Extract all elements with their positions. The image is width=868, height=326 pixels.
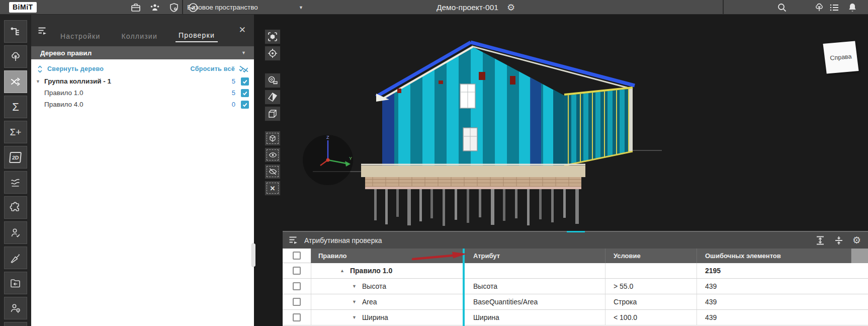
- sidebar-item-export[interactable]: [4, 272, 27, 294]
- table-row[interactable]: ▲Правило 1.0 2195: [283, 263, 868, 279]
- focus-selection-button[interactable]: [265, 46, 281, 61]
- rule-checkbox-checked[interactable]: [241, 77, 249, 86]
- tree-row-rule[interactable]: Правило 1.0 5: [31, 87, 254, 99]
- reset-all-link[interactable]: Сбросить всё: [191, 65, 235, 72]
- house-piles: [374, 189, 579, 226]
- roles-button[interactable]: [166, 0, 182, 15]
- sidebar-item-plugins[interactable]: [4, 196, 27, 219]
- checkbox-unchecked[interactable]: [293, 313, 301, 321]
- app-logo[interactable]: BiMiT: [9, 0, 37, 15]
- model-tree-icon: [814, 2, 825, 13]
- sidebar-item-summary[interactable]: Σ: [4, 96, 27, 118]
- fit-to-view-button[interactable]: [265, 29, 281, 44]
- navigation-gizmo[interactable]: Z Y: [302, 134, 354, 186]
- checkbox-unchecked[interactable]: [293, 252, 301, 260]
- column-header-condition[interactable]: Условие: [605, 249, 697, 263]
- row-select-cell[interactable]: [283, 279, 311, 294]
- search-icon: [776, 2, 788, 13]
- expand-row-icon[interactable]: ▼: [352, 315, 362, 320]
- row-select-cell[interactable]: [283, 310, 311, 325]
- sidebar-item-2d-docs[interactable]: 2D: [4, 146, 27, 169]
- sidebar-item-approvals[interactable]: [4, 221, 27, 244]
- panel-resize-handle[interactable]: [567, 231, 585, 232]
- hierarchy-icon: [10, 26, 22, 38]
- eye-off-icon: [269, 168, 277, 175]
- sidebar-item-collisions[interactable]: [4, 70, 27, 93]
- cube-icon: [269, 134, 277, 142]
- collision-count: 5: [232, 89, 235, 97]
- list-view-button[interactable]: [827, 0, 842, 15]
- sidebar-item-model-tree[interactable]: [4, 45, 27, 68]
- model-tree-button[interactable]: [812, 0, 827, 15]
- chevron-down-icon[interactable]: ▼: [36, 79, 44, 84]
- panel-menu-button[interactable]: [38, 27, 47, 35]
- checkbox-unchecked[interactable]: [293, 267, 301, 275]
- fit-view-icon: [267, 31, 278, 42]
- project-title: Демо-проект-001: [437, 0, 498, 15]
- measuring-tape-icon: [267, 75, 278, 86]
- section-plane-button[interactable]: [265, 90, 281, 105]
- project-settings-button[interactable]: ⚙: [507, 0, 515, 15]
- sidebar-item-construction[interactable]: [4, 247, 27, 269]
- rule-checkbox-checked[interactable]: [241, 101, 249, 109]
- chevron-down-icon[interactable]: ▼: [299, 0, 303, 15]
- hide-selection-button[interactable]: [265, 164, 281, 179]
- tab-settings[interactable]: Настройки: [57, 32, 103, 42]
- app-window: Z Y Справа: [0, 0, 868, 326]
- tree-row-rule[interactable]: Правило 4.0 0: [31, 99, 254, 110]
- close-panel-button[interactable]: ✕: [239, 25, 246, 35]
- column-header-attribute[interactable]: Атрибут: [463, 249, 605, 263]
- checkbox-unchecked[interactable]: [293, 282, 301, 290]
- panel-menu-button[interactable]: [289, 236, 298, 244]
- rule-checkbox-checked[interactable]: [241, 89, 249, 97]
- expand-panel-button[interactable]: [815, 235, 825, 246]
- rules-tree-section-header[interactable]: Дерево правил ▼: [31, 46, 254, 59]
- checkbox-unchecked[interactable]: [293, 298, 301, 306]
- annotation-arrow: [411, 251, 469, 262]
- measure-button[interactable]: [265, 73, 281, 88]
- sidebar-item-charts[interactable]: [4, 171, 27, 194]
- workspace-label: Базовое пространство: [187, 4, 258, 11]
- sidebar-item-summary-plus[interactable]: Σ+: [4, 121, 27, 143]
- sidebar-item-more[interactable]: [4, 322, 27, 326]
- sidebar-item-structure[interactable]: [4, 20, 27, 43]
- table-settings-button[interactable]: ⚙: [852, 235, 861, 245]
- table-row[interactable]: ▼Ширина Ширина < 100.0 439: [283, 310, 868, 325]
- section-box-icon: [267, 108, 278, 119]
- projects-button[interactable]: [128, 0, 143, 15]
- table-row[interactable]: ▼Area BaseQuantities/Area Строка 439: [283, 294, 868, 310]
- collapse-vertical-icon: [834, 235, 844, 246]
- trowel-icon: [10, 252, 22, 264]
- workspace-selector[interactable]: Базовое пространство: [187, 0, 258, 15]
- top-bar: BiMiT: [0, 0, 868, 15]
- panel-scrollbar[interactable]: [252, 243, 255, 267]
- reset-all-icon[interactable]: [238, 65, 249, 73]
- target-icon: [267, 48, 278, 59]
- tree-row-group[interactable]: ▼ Группа коллизий - 1 5: [31, 75, 254, 87]
- table-header-row: Правило Атрибут Условие Ошибочных элемен…: [283, 249, 868, 263]
- house-model[interactable]: [313, 42, 662, 226]
- chevron-down-icon: ▼: [241, 50, 246, 55]
- clear-selection-button[interactable]: ✕: [265, 181, 281, 196]
- column-header-errors[interactable]: Ошибочных элементов: [697, 249, 851, 263]
- notifications-button[interactable]: [845, 0, 860, 15]
- show-selection-button[interactable]: [265, 147, 281, 162]
- row-select-cell[interactable]: [283, 294, 311, 309]
- viewcube-face[interactable]: Справа: [823, 41, 858, 73]
- collapse-panel-button[interactable]: [834, 235, 844, 246]
- team-button[interactable]: [147, 0, 162, 15]
- tab-checks[interactable]: Проверки: [176, 31, 218, 42]
- select-all-cell[interactable]: [283, 249, 311, 263]
- search-button[interactable]: [774, 0, 790, 15]
- expand-row-icon[interactable]: ▼: [352, 284, 362, 289]
- sidebar-item-site-staff[interactable]: [4, 297, 27, 319]
- isolate-selection-button[interactable]: [265, 131, 281, 146]
- tab-collisions[interactable]: Коллизии: [118, 32, 160, 42]
- expand-row-icon[interactable]: ▼: [352, 299, 362, 304]
- row-select-cell[interactable]: [283, 263, 311, 278]
- collapse-tree-link[interactable]: Свернуть дерево: [47, 65, 104, 72]
- section-box-button[interactable]: [265, 106, 281, 121]
- shuffle-icon: [10, 76, 22, 88]
- table-row[interactable]: ▼Высота Высота > 55.0 439: [283, 279, 868, 294]
- collapse-row-icon[interactable]: ▲: [340, 268, 350, 273]
